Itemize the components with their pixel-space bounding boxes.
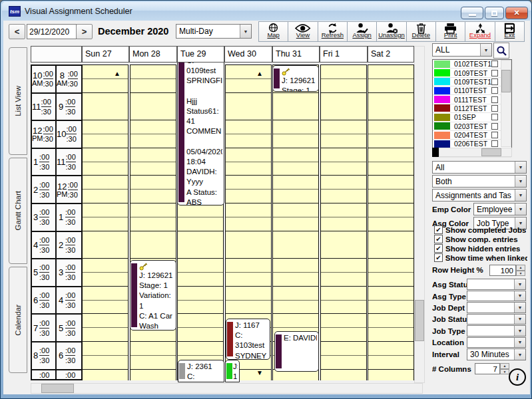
both-filter-select[interactable]: Both▼ [432, 175, 527, 188]
list-item[interactable]: 0112TEST [433, 104, 511, 113]
event-wed30-night[interactable]: J: 1 [225, 360, 240, 382]
event-thu31-morning[interactable]: J: 129621 Stage: 1 [272, 65, 319, 92]
code-checkbox[interactable] [491, 123, 498, 130]
exit-button[interactable]: Exit [495, 21, 525, 42]
row-height-spinner[interactable]: ▲▼ [516, 265, 525, 276]
location-select[interactable]: ▼ [467, 337, 526, 348]
list-item[interactable]: 01SEP [433, 113, 511, 122]
code-checkbox[interactable] [491, 114, 498, 120]
chevron-down-icon[interactable]: ▼ [515, 162, 526, 173]
refresh-button[interactable]: Refresh [318, 21, 348, 42]
code-checkbox[interactable] [491, 105, 498, 112]
row-height-label: Row Height % [432, 266, 483, 274]
expand-button[interactable]: Expand [465, 21, 495, 42]
show-completed-jobs-checkbox[interactable]: ✔Show completed Jobs [434, 225, 527, 234]
overflow-up-indicator-wed[interactable]: ▲ [256, 70, 263, 77]
list-item[interactable]: 0204TEST [433, 131, 511, 140]
columns-spinner[interactable]: ▲▼ [500, 363, 509, 374]
titlebar[interactable]: tsm Visual Assignment Scheduler ✕ [2, 2, 531, 21]
emp-color-select[interactable]: Employee▼ [473, 203, 527, 215]
code-checkbox[interactable] [491, 132, 498, 138]
asg-status-select[interactable]: ▼ [467, 279, 526, 290]
row-height-input[interactable] [489, 265, 516, 276]
tab-gantt-chart[interactable]: Gantt Chart [9, 158, 27, 264]
tab-calendar[interactable]: Calendar [9, 267, 27, 373]
chevron-down-icon[interactable]: ▼ [514, 279, 525, 289]
chevron-down-icon[interactable]: ▼ [514, 291, 525, 301]
chevron-down-icon[interactable]: ▼ [514, 315, 525, 325]
code-checkbox[interactable] [491, 140, 498, 147]
chevron-down-icon[interactable]: ▼ [240, 25, 251, 38]
event-tue29-night[interactable]: J: 2361 C: [178, 360, 224, 382]
job-status-select[interactable]: ▼ [467, 314, 526, 325]
print-button[interactable]: Print [435, 21, 465, 42]
vscroll-thumb[interactable] [415, 300, 424, 341]
maximize-button[interactable] [485, 7, 504, 19]
list-item[interactable]: 0109TEST1 [433, 78, 511, 86]
day-column-mon-28[interactable] [130, 65, 176, 380]
list-hscroll-thumb[interactable] [481, 148, 501, 156]
search-button[interactable] [493, 43, 509, 59]
event-mon28-afternoon[interactable]: J: 129621 Stage: 1 Variation: 1 C: A1 Ca… [130, 260, 176, 331]
show-hidden-entries-checkbox[interactable]: ✔Show hidden entries [434, 244, 527, 253]
spin-down-icon[interactable]: ▼ [500, 369, 509, 375]
show-time-linked-checkbox[interactable]: ✔Show time when linked [434, 253, 527, 262]
list-item[interactable]: 0110TEST [433, 86, 511, 95]
day-column-sun-27[interactable] [82, 65, 129, 380]
delete-button[interactable]: Delete [406, 21, 436, 42]
day-column-sat-2[interactable] [368, 65, 414, 380]
view-button[interactable]: View [288, 21, 318, 42]
overflow-down-indicator-wed[interactable]: ▼ [256, 369, 263, 376]
next-date-button[interactable]: > [76, 24, 93, 39]
show-comp-entries-checkbox[interactable]: ✔Show comp. entries [434, 235, 527, 243]
code-checkbox[interactable] [491, 70, 498, 76]
list-resize-box[interactable] [432, 148, 439, 157]
info-icon[interactable]: i [509, 368, 526, 386]
event-tue29-morning[interactable]: C: 0109test SPRINGFIE Hjjj Status61: 41 … [177, 54, 224, 205]
list-item[interactable]: 0203TEST [433, 122, 511, 131]
overflow-up-indicator-sun[interactable]: ▲ [114, 70, 121, 77]
calendar-hscrollbar[interactable] [31, 383, 423, 394]
interval-select[interactable]: 30 Minutes▼ [467, 348, 526, 360]
list-item[interactable]: 0102TEST1 [433, 60, 511, 68]
event-wed30-evening[interactable]: J: 1167 C: 3103test SYDNEY [226, 319, 270, 360]
list-item[interactable]: 0111TEST [433, 95, 511, 104]
chevron-down-icon[interactable]: ▼ [514, 303, 525, 313]
prev-date-button[interactable]: < [9, 24, 25, 39]
chevron-down-icon[interactable]: ▼ [480, 44, 491, 56]
code-checkbox[interactable] [491, 61, 498, 67]
chevron-down-icon[interactable]: ▼ [515, 203, 526, 215]
job-type-select[interactable]: ▼ [467, 325, 526, 336]
chevron-down-icon[interactable]: ▼ [515, 190, 526, 201]
code-checkbox[interactable] [491, 96, 498, 103]
spin-up-icon[interactable]: ▲ [516, 265, 525, 271]
employee-filter-select[interactable]: All▼ [432, 161, 527, 174]
chevron-down-icon[interactable]: ▼ [514, 338, 525, 348]
code-checkbox[interactable] [491, 78, 498, 85]
chevron-down-icon[interactable]: ▼ [515, 176, 526, 187]
chevron-down-icon[interactable]: ▼ [514, 349, 525, 360]
hscroll-thumb[interactable] [41, 384, 74, 393]
chevron-down-icon[interactable]: ▼ [514, 326, 525, 336]
spin-up-icon[interactable]: ▲ [500, 363, 509, 369]
asg-type-select[interactable]: ▼ [467, 291, 526, 302]
tab-list-view[interactable]: List View [9, 47, 27, 155]
code-list[interactable]: 0102TEST1 0109TEST 0109TEST1 0110TEST 01… [432, 59, 512, 157]
date-input[interactable] [27, 24, 77, 39]
code-checkbox[interactable] [491, 87, 498, 94]
entry-type-select[interactable]: Assignments and Tas▼ [432, 189, 527, 201]
assign-button[interactable]: Assign [347, 21, 377, 42]
job-dept-select[interactable]: ▼ [467, 302, 526, 313]
spin-down-icon[interactable]: ▼ [516, 271, 525, 277]
list-vscroll-thumb[interactable] [501, 70, 511, 92]
minimize-button[interactable] [461, 7, 483, 19]
map-button[interactable]: Map [258, 21, 288, 42]
columns-input[interactable] [475, 363, 500, 374]
view-mode-select[interactable]: Multi-Day ▼ [176, 24, 252, 39]
event-thu31-evening[interactable]: E: DAVIDH [274, 331, 319, 372]
day-column-fri-1[interactable] [320, 65, 367, 380]
list-item[interactable]: 0109TEST [433, 68, 511, 77]
close-button[interactable]: ✕ [505, 7, 528, 19]
unassign-button[interactable]: Unassign [376, 21, 406, 42]
code-filter-select[interactable]: ALL ▼ [432, 43, 492, 57]
